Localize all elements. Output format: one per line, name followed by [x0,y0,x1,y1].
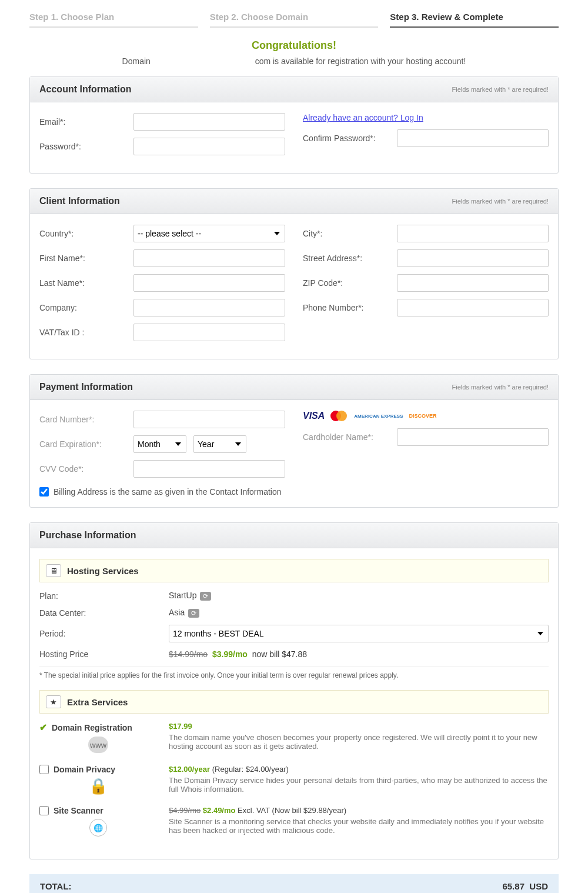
datacenter-value: Asia [169,608,185,617]
total-currency: USD [529,881,548,891]
city-label: City*: [303,229,397,238]
check-icon: ✔ [39,722,47,733]
purchase-title: Purchase Information [39,530,136,541]
company-label: Company: [39,303,133,312]
price-bill: now bill $47.88 [252,649,307,659]
required-note: Fields marked with * are required! [452,384,549,391]
plan-value: StartUp [169,591,196,600]
star-icon: ★ [46,695,61,708]
cardnum-label: Card Number*: [39,415,133,424]
cvv-label: CVV Code*: [39,464,133,474]
cvv-field[interactable] [133,460,285,478]
firstname-label: First Name*: [39,254,133,263]
email-field[interactable] [133,113,285,131]
account-title: Account Information [39,84,131,95]
cardexp-label: Card Expiration*: [39,439,133,449]
svc2-checkbox[interactable] [39,765,49,774]
hostingprice-label: Hosting Price [39,649,169,659]
client-title: Client Information [39,196,120,206]
required-note: Fields marked with * are required! [452,86,549,93]
total-amount: 65.87 [502,881,524,891]
svc2-title: Domain Privacy [54,765,115,774]
domain-prefix: Domain [122,56,151,66]
cardholder-label: Cardholder Name*: [303,432,397,442]
phone-field[interactable] [397,299,549,316]
domain-suffix: com is available for registration with y… [255,56,466,66]
step-3[interactable]: Step 3. Review & Complete [390,12,559,28]
vat-field[interactable] [133,324,285,341]
service-domain-registration: ✔Domain Registration www $17.99 The doma… [39,722,549,753]
period-select[interactable]: 12 months - BEST DEAL [169,625,549,642]
vat-label: VAT/Tax ID : [39,328,133,337]
step-tabs: Step 1. Choose Plan Step 2. Choose Domai… [29,12,559,28]
service-site-scanner: Site Scanner 🌐 $4.99/mo $2.49/mo Excl. V… [39,806,549,837]
svc1-price: $17.99 [169,722,192,731]
step-1[interactable]: Step 1. Choose Plan [29,12,198,28]
hosting-services-label: Hosting Services [67,566,139,576]
client-panel: Client Information Fields marked with * … [29,188,559,359]
confirm-password-field[interactable] [397,129,549,147]
email-label: Email*: [39,117,133,126]
plan-change-badge[interactable]: ⟳ [200,592,211,601]
datacenter-label: Data Center: [39,608,169,618]
www-icon: www [88,737,108,753]
city-field[interactable] [397,225,549,242]
svc3-title: Site Scanner [54,806,103,815]
hosting-services-band: 🖥 Hosting Services [39,559,549,582]
total-label: TOTAL: [40,881,72,891]
password-label: Password*: [39,142,133,151]
exp-month-select[interactable]: Month [133,435,186,453]
payment-title: Payment Information [39,382,133,392]
password-field[interactable] [133,138,285,155]
scanner-icon: 🌐 [89,819,107,837]
login-link[interactable]: Already have an account? Log In [303,113,423,122]
zip-field[interactable] [397,274,549,292]
svc2-price: $12.00/year [169,765,210,774]
total-bar: TOTAL: 65.87 USD [29,874,559,893]
svc2-desc: The Domain Privacy service hides your pe… [169,776,549,794]
exp-year-select[interactable]: Year [193,435,246,453]
svc3-excl: Excl. VAT (Now bill $29.88/year) [238,806,346,815]
svc3-desc: Site Scanner is a monitoring service tha… [169,817,549,835]
cardnum-field[interactable] [133,411,285,428]
svc2-regular: (Regular: $24.00/year) [212,765,289,774]
country-select[interactable]: -- please select -- [133,225,285,242]
country-label: Country*: [39,229,133,238]
extra-services-label: Extra Services [67,697,128,707]
step-2[interactable]: Step 2. Choose Domain [210,12,379,28]
price-now: $3.99/mo [212,649,248,659]
lock-icon: 🔒 [88,778,108,794]
plan-label: Plan: [39,591,169,601]
datacenter-change-badge[interactable]: ⟳ [188,609,199,618]
cardholder-field[interactable] [397,428,549,446]
domain-availability: Domain com is available for registration… [29,56,559,66]
payment-panel: Payment Information Fields marked with *… [29,374,559,508]
required-note: Fields marked with * are required! [452,198,549,205]
amex-icon: AMERICAN EXPRESS [354,414,403,419]
discover-icon: DISCOVER [409,413,436,419]
svc1-desc: The domain name you've chosen becomes yo… [169,733,549,751]
firstname-field[interactable] [133,249,285,267]
congrats-heading: Congratulations! [29,39,559,52]
confirm-password-label: Confirm Password*: [303,134,397,143]
zip-label: ZIP Code*: [303,278,397,288]
svc3-price: $2.49/mo [203,806,236,815]
company-field[interactable] [133,299,285,316]
price-footnote: * The special initial price applies for … [39,666,549,679]
service-domain-privacy: Domain Privacy 🔒 $12.00/year (Regular: $… [39,765,549,794]
visa-icon: VISA [303,411,325,421]
billing-same-checkbox[interactable] [39,487,49,497]
svc3-checkbox[interactable] [39,806,49,815]
extra-services-band: ★ Extra Services [39,690,549,714]
account-panel: Account Information Fields marked with *… [29,76,559,174]
street-field[interactable] [397,249,549,267]
street-label: Street Address*: [303,254,397,263]
mastercard-icon [330,411,348,421]
phone-label: Phone Number*: [303,303,397,312]
lastname-label: Last Name*: [39,278,133,288]
billing-same-label: Billing Address is the same as given in … [54,487,282,497]
svc3-strike: $4.99/mo [169,806,201,815]
lastname-field[interactable] [133,274,285,292]
svc1-title: Domain Registration [52,723,132,732]
period-label: Period: [39,629,169,638]
